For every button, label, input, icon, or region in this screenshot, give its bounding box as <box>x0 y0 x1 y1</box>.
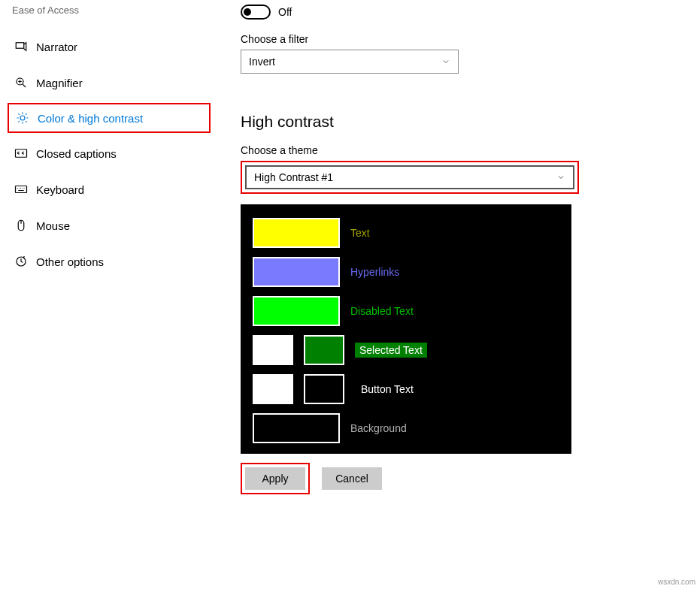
sidebar-item-mouse[interactable]: Mouse <box>11 210 211 241</box>
magnifier-icon <box>14 75 29 90</box>
swatch-text[interactable] <box>253 218 340 248</box>
sidebar-item-keyboard[interactable]: Keyboard <box>11 174 211 205</box>
preview-label-selected: Selected Text <box>355 343 427 358</box>
color-filter-toggle[interactable] <box>241 5 271 20</box>
apply-button[interactable]: Apply <box>245 467 305 490</box>
preview-label-text: Text <box>350 227 370 239</box>
theme-value: High Contrast #1 <box>254 171 333 183</box>
svg-rect-3 <box>16 150 27 158</box>
sidebar-label: Keyboard <box>36 183 84 196</box>
buttons-row: Apply Cancel <box>241 463 677 494</box>
keyboard-icon <box>14 182 29 197</box>
sidebar-item-closed-captions[interactable]: Closed captions <box>11 137 211 169</box>
narrator-icon <box>14 39 29 54</box>
sidebar-item-magnifier[interactable]: Magnifier <box>11 67 211 98</box>
highlight-sidebar: Color & high contrast <box>8 103 211 133</box>
chevron-down-icon <box>441 57 450 66</box>
highlight-theme-dropdown: High Contrast #1 <box>241 161 579 194</box>
sidebar: Ease of Access Narrator Magnifier <box>0 0 211 494</box>
preview-label-disabled: Disabled Text <box>350 305 414 317</box>
filter-dropdown[interactable]: Invert <box>241 50 459 74</box>
preview-row-text: Text <box>253 218 559 248</box>
toggle-knob <box>244 8 251 16</box>
toggle-label: Off <box>278 6 292 18</box>
preview-label-button: Button Text <box>361 383 414 395</box>
swatch-button-fg[interactable] <box>253 374 293 404</box>
main-content: Off Choose a filter Invert High contrast… <box>211 0 700 494</box>
svg-rect-4 <box>16 186 27 193</box>
sidebar-label: Color & high contrast <box>38 112 143 125</box>
svg-point-2 <box>20 116 25 120</box>
svg-rect-0 <box>16 43 24 49</box>
mouse-icon <box>14 218 29 233</box>
preview-row-selected: Selected Text <box>253 335 559 365</box>
swatch-hyperlinks[interactable] <box>253 257 340 287</box>
sidebar-item-other-options[interactable]: Other options <box>11 246 211 277</box>
sidebar-title: Ease of Access <box>11 5 211 16</box>
theme-label: Choose a theme <box>241 144 677 156</box>
highlight-apply-button: Apply <box>241 463 310 494</box>
preview-row-hyperlinks: Hyperlinks <box>253 257 559 287</box>
cancel-button[interactable]: Cancel <box>322 467 382 490</box>
sidebar-label: Other options <box>36 255 104 268</box>
cc-icon <box>14 146 29 161</box>
sidebar-label: Narrator <box>36 41 77 53</box>
chevron-down-icon <box>556 173 565 182</box>
swatch-background[interactable] <box>253 413 340 443</box>
swatch-selected-bg[interactable] <box>304 335 344 365</box>
color-filter-toggle-row: Off <box>241 5 677 20</box>
brightness-icon <box>15 110 30 125</box>
sidebar-item-color-contrast[interactable]: Color & high contrast <box>12 110 143 125</box>
preview-label-background: Background <box>350 422 407 434</box>
sidebar-label: Mouse <box>36 219 70 232</box>
sidebar-label: Closed captions <box>36 147 117 160</box>
preview-row-button: Button Text <box>253 374 559 404</box>
preview-row-disabled: Disabled Text <box>253 296 559 326</box>
other-options-icon <box>14 254 29 269</box>
swatch-disabled[interactable] <box>253 296 340 326</box>
watermark: wsxdn.com <box>658 578 695 586</box>
swatch-button-bg[interactable] <box>304 374 344 404</box>
swatch-selected-fg[interactable] <box>253 335 293 365</box>
sidebar-item-narrator[interactable]: Narrator <box>11 31 211 62</box>
sidebar-label: Magnifier <box>36 77 83 89</box>
preview-label-hyperlinks: Hyperlinks <box>350 266 399 278</box>
theme-dropdown[interactable]: High Contrast #1 <box>245 165 574 189</box>
section-title: High contrast <box>241 113 677 131</box>
filter-value: Invert <box>249 56 275 68</box>
preview-row-background: Background <box>253 413 559 443</box>
theme-preview-panel: Text Hyperlinks Disabled Text Selected T… <box>241 204 571 454</box>
filter-label: Choose a filter <box>241 33 677 45</box>
